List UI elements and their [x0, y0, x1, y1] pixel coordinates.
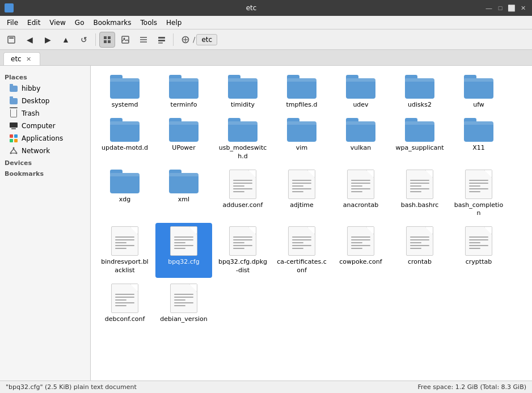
- free-space-info: Free space: 1.2 GiB (Total: 8.3 GiB): [417, 383, 526, 391]
- file-icon: [288, 170, 315, 199]
- bookmarks-section-label: Bookmarks: [0, 168, 90, 179]
- folder-icon: [110, 170, 140, 193]
- file-icon: [288, 226, 315, 256]
- file-label: X11: [472, 144, 485, 152]
- location-button[interactable]: [179, 33, 192, 46]
- menu-view[interactable]: View: [45, 18, 70, 28]
- file-item-udev[interactable]: udev: [332, 71, 389, 112]
- file-item-tmpfiles.d[interactable]: tmpfiles.d: [273, 71, 330, 112]
- detail-view-button[interactable]: [154, 32, 170, 48]
- sidebar-label-desktop: Desktop: [22, 97, 50, 105]
- file-item-bindresvport.blacklist[interactable]: bindresvport.blacklist: [96, 223, 153, 278]
- sidebar-item-applications[interactable]: Applications: [1, 132, 89, 145]
- file-item-udisks2[interactable]: udisks2: [391, 71, 448, 112]
- sidebar-item-desktop[interactable]: Desktop: [1, 95, 89, 107]
- file-label: bindresvport.blacklist: [99, 258, 150, 274]
- file-icon: [170, 284, 197, 313]
- file-icon: [111, 226, 138, 256]
- file-item-X11[interactable]: X11: [450, 115, 507, 164]
- window-controls[interactable]: — □ ⬜ ✕: [484, 3, 527, 12]
- file-item-xdg[interactable]: xdg: [96, 166, 153, 221]
- tab-etc[interactable]: etc ✕: [3, 52, 40, 65]
- file-icon: [229, 226, 256, 256]
- file-item-debconf.conf[interactable]: debconf.conf: [96, 280, 153, 327]
- file-item-vulkan[interactable]: vulkan: [332, 115, 389, 164]
- file-icon: [465, 226, 492, 256]
- file-item-usb_modeswitch.d[interactable]: usb_modeswitch.d: [214, 115, 271, 164]
- file-icon: [465, 170, 492, 199]
- file-item-vim[interactable]: vim: [273, 115, 330, 164]
- list-view-button[interactable]: [136, 32, 151, 48]
- grid-view-button[interactable]: [99, 32, 115, 48]
- new-window-button[interactable]: [3, 32, 19, 48]
- menu-bookmarks[interactable]: Bookmarks: [88, 18, 136, 28]
- file-label: crypttab: [466, 258, 492, 266]
- separator-1: [95, 33, 96, 46]
- menu-tools[interactable]: Tools: [136, 18, 162, 28]
- reload-button[interactable]: ↺: [76, 32, 92, 48]
- restore-button[interactable]: ⬜: [507, 3, 516, 12]
- folder-icon: [287, 118, 316, 142]
- file-label: vim: [296, 144, 307, 152]
- maximize-button[interactable]: □: [496, 3, 505, 12]
- file-item-adduser.conf[interactable]: adduser.conf: [214, 166, 271, 221]
- file-label: debian_version: [160, 315, 207, 323]
- file-icon: [347, 170, 374, 199]
- folder-icon: [169, 118, 199, 142]
- separator-2: [173, 33, 174, 46]
- menu-file[interactable]: File: [2, 18, 23, 28]
- sidebar-item-trash[interactable]: Trash: [1, 107, 89, 120]
- file-item-crypttab[interactable]: crypttab: [450, 223, 507, 278]
- file-item-UPower[interactable]: UPower: [155, 115, 212, 164]
- file-label: ca-certificates.conf: [276, 258, 327, 274]
- file-label: bpq32.cfg: [168, 258, 199, 266]
- forward-button[interactable]: ▶: [40, 32, 56, 48]
- file-item-crontab[interactable]: crontab: [391, 223, 448, 278]
- file-item-cowpoke.conf[interactable]: cowpoke.conf: [332, 223, 389, 278]
- folder-icon: [346, 118, 375, 142]
- file-item-bash_completion[interactable]: bash_completion: [450, 166, 507, 221]
- up-button[interactable]: ▲: [58, 32, 74, 48]
- sidebar-item-computer[interactable]: Computer: [1, 120, 89, 132]
- svg-line-26: [11, 149, 14, 153]
- svg-rect-0: [8, 36, 15, 43]
- selected-file-info: "bpq32.cfg" (2.5 KiB) plain text documen…: [6, 383, 137, 391]
- app-icon: [5, 3, 14, 12]
- close-button[interactable]: ✕: [518, 3, 527, 12]
- svg-line-27: [14, 149, 16, 153]
- minimize-button[interactable]: —: [484, 3, 493, 12]
- svg-rect-22: [14, 139, 18, 142]
- file-item-ufw[interactable]: ufw: [450, 71, 507, 112]
- file-item-systemd[interactable]: systemd: [96, 71, 153, 112]
- back-button[interactable]: ◀: [22, 32, 37, 48]
- svg-point-23: [13, 147, 15, 149]
- file-item-wpa_supplicant[interactable]: wpa_supplicant: [391, 115, 448, 164]
- file-grid: systemd terminfo timidity tmpfiles.d ude…: [91, 66, 532, 381]
- image-view-button[interactable]: [117, 32, 133, 48]
- file-item-debian_version[interactable]: debian_version: [155, 280, 212, 327]
- file-item-timidity[interactable]: timidity: [214, 71, 271, 112]
- file-item-update-motd.d[interactable]: update-motd.d: [96, 115, 153, 164]
- file-item-adjtime[interactable]: adjtime: [273, 166, 330, 221]
- file-item-xml[interactable]: xml: [155, 166, 212, 221]
- tab-close-button[interactable]: ✕: [25, 55, 33, 63]
- file-label: vulkan: [351, 144, 371, 152]
- file-label: bash.bashrc: [401, 201, 439, 209]
- menu-help[interactable]: Help: [162, 18, 186, 28]
- file-icon: [406, 170, 433, 199]
- file-label: udisks2: [408, 101, 432, 109]
- menu-edit[interactable]: Edit: [23, 18, 45, 28]
- menu-go[interactable]: Go: [70, 18, 89, 28]
- file-item-bash.bashrc[interactable]: bash.bashrc: [391, 166, 448, 221]
- file-item-bpq32.cfg.dpkg-dist[interactable]: bpq32.cfg.dpkg-dist: [214, 223, 271, 278]
- breadcrumb-current[interactable]: etc: [196, 34, 217, 45]
- file-item-anacrontab[interactable]: anacrontab: [332, 166, 389, 221]
- file-item-ca-certificates.conf[interactable]: ca-certificates.conf: [273, 223, 330, 278]
- computer-icon: [9, 121, 18, 130]
- file-item-bpq32.cfg[interactable]: bpq32.cfg: [155, 223, 212, 278]
- tab-label: etc: [11, 55, 22, 63]
- file-item-terminfo[interactable]: terminfo: [155, 71, 212, 112]
- folder-icon: [405, 75, 434, 99]
- sidebar-item-hibby[interactable]: hibby: [1, 82, 89, 95]
- sidebar-item-network[interactable]: Network: [1, 145, 89, 157]
